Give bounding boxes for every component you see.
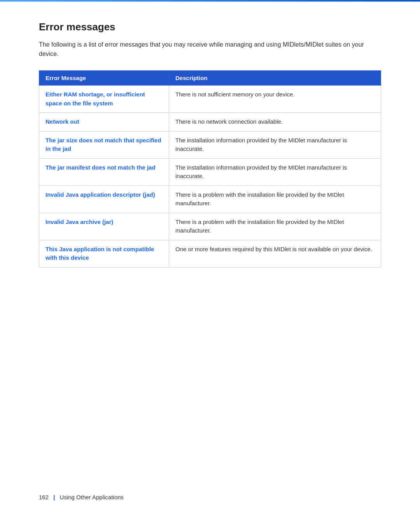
description-cell: There is a problem with the installation… <box>169 185 381 213</box>
table-row: Invalid Java archive (jar)There is a pro… <box>39 213 381 240</box>
description-cell: The installation information provided by… <box>169 158 381 185</box>
page-number: 162 <box>39 494 49 500</box>
footer-section: Using Other Applications <box>60 494 124 500</box>
error-message-cell: Invalid Java application descriptor (jad… <box>39 185 169 213</box>
error-message-text: The jar manifest does not match the jad <box>46 164 156 171</box>
table-row: The jar manifest does not match the jadT… <box>39 158 381 185</box>
table-row: This Java application is not compatible … <box>39 240 381 267</box>
error-table: Error Message Description Either RAM sho… <box>39 70 381 268</box>
intro-text: The following is a list of error message… <box>39 40 381 59</box>
table-row: Invalid Java application descriptor (jad… <box>39 185 381 213</box>
col-desc-header: Description <box>169 71 381 86</box>
description-cell: The installation information provided by… <box>169 131 381 158</box>
table-row: Either RAM shortage, or insufficient spa… <box>39 86 381 113</box>
footer-divider: | <box>53 494 55 500</box>
error-message-text: The jar size does not match that specifi… <box>46 137 161 152</box>
description-cell: One or more features required by this MI… <box>169 240 381 267</box>
description-cell: There is a problem with the installation… <box>169 213 381 240</box>
error-message-cell: Invalid Java archive (jar) <box>39 213 169 240</box>
error-message-cell: Either RAM shortage, or insufficient spa… <box>39 86 169 113</box>
error-message-cell: The jar size does not match that specifi… <box>39 131 169 158</box>
error-message-text: Either RAM shortage, or insufficient spa… <box>46 91 145 107</box>
description-cell: There is not sufficient memory on your d… <box>169 86 381 113</box>
error-message-cell: This Java application is not compatible … <box>39 240 169 267</box>
description-cell: There is no network connection available… <box>169 113 381 131</box>
table-row: The jar size does not match that specifi… <box>39 131 381 158</box>
error-message-cell: The jar manifest does not match the jad <box>39 158 169 185</box>
col-error-header: Error Message <box>39 71 169 86</box>
page-content: Error messages The following is a list o… <box>0 2 420 299</box>
page-title: Error messages <box>39 21 381 33</box>
error-message-text: Network out <box>46 118 79 125</box>
page-footer: 162 | Using Other Applications <box>39 494 124 500</box>
error-message-text: This Java application is not compatible … <box>46 246 154 261</box>
table-row: Network outThere is no network connectio… <box>39 113 381 131</box>
error-message-text: Invalid Java application descriptor (jad… <box>46 191 155 198</box>
table-header-row: Error Message Description <box>39 71 381 86</box>
error-message-cell: Network out <box>39 113 169 131</box>
error-message-text: Invalid Java archive (jar) <box>46 219 113 225</box>
